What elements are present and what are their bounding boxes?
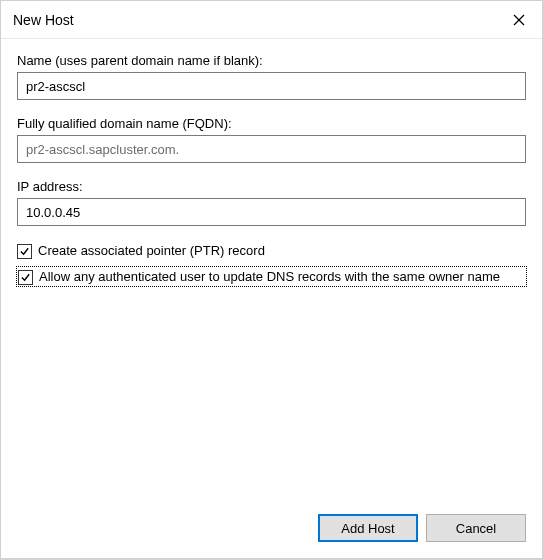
fqdn-input [17, 135, 526, 163]
window-title: New Host [13, 12, 74, 28]
allow-update-checkbox-row[interactable]: Allow any authenticated user to update D… [16, 266, 527, 288]
ptr-checkbox[interactable] [17, 244, 32, 259]
allow-update-checkbox[interactable] [18, 270, 33, 285]
name-input[interactable] [17, 72, 526, 100]
dialog-window: New Host Name (uses parent domain name i… [0, 0, 543, 559]
name-label: Name (uses parent domain name if blank): [17, 53, 526, 68]
dialog-content: Name (uses parent domain name if blank):… [1, 39, 542, 558]
fqdn-label: Fully qualified domain name (FQDN): [17, 116, 526, 131]
ptr-checkbox-label: Create associated pointer (PTR) record [38, 242, 265, 260]
button-bar: Add Host Cancel [318, 514, 526, 542]
allow-update-checkbox-label: Allow any authenticated user to update D… [39, 268, 500, 286]
close-button[interactable] [496, 2, 542, 38]
close-icon [513, 14, 525, 26]
checkmark-icon [19, 246, 30, 257]
cancel-button[interactable]: Cancel [426, 514, 526, 542]
ptr-checkbox-row[interactable]: Create associated pointer (PTR) record [17, 242, 526, 260]
ip-label: IP address: [17, 179, 526, 194]
fqdn-field-group: Fully qualified domain name (FQDN): [17, 116, 526, 163]
name-field-group: Name (uses parent domain name if blank): [17, 53, 526, 100]
ip-field-group: IP address: [17, 179, 526, 226]
checkmark-icon [20, 272, 31, 283]
add-host-button[interactable]: Add Host [318, 514, 418, 542]
ip-input[interactable] [17, 198, 526, 226]
titlebar: New Host [1, 1, 542, 39]
